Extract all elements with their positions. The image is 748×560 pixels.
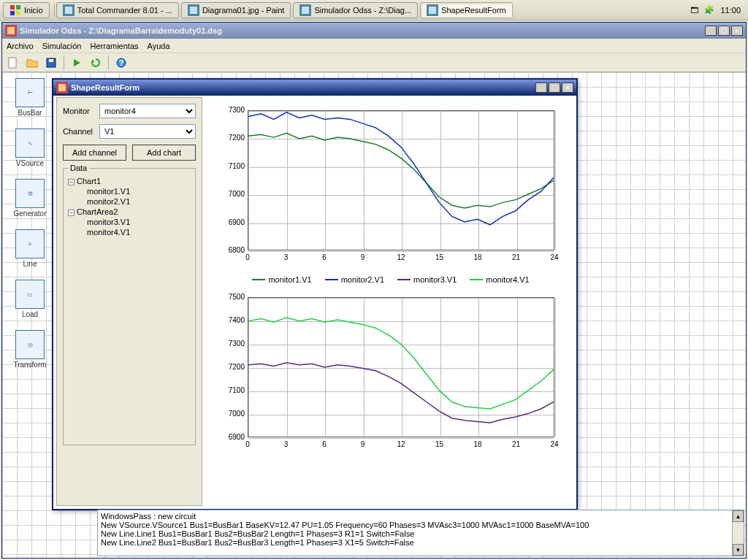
x-tick: 12 — [394, 253, 408, 261]
restore-button[interactable]: ❐ — [718, 26, 730, 36]
menu-archivo[interactable]: Archivo — [7, 42, 34, 50]
data-groupbox: Data −Chart1 monitor1.V1 monitor2.V1 −Ch… — [63, 168, 196, 445]
palette-item[interactable]: ⚙Generator — [8, 179, 52, 218]
palette-item[interactable]: ◎Transform — [8, 330, 52, 369]
x-tick: 9 — [356, 440, 370, 448]
svg-rect-20 — [58, 84, 66, 91]
legend-swatch — [252, 279, 265, 280]
palette-label: Load — [22, 310, 38, 318]
palette-icon: ≡ — [15, 229, 45, 258]
palette-label: BusBar — [18, 109, 42, 117]
inner-close-button[interactable]: × — [562, 83, 573, 93]
taskbar-item[interactable]: Diagrama01.jpg - Paint — [181, 2, 291, 18]
log-panel: WindowsPass : new circuit New VSource.VS… — [97, 510, 744, 556]
charts-area: 03691215182124680069007000710072007300 m… — [207, 97, 575, 506]
help-button[interactable]: ? — [113, 55, 129, 71]
chart-legend: monitor1.V1 monitor2.V1 monitor3.V1 moni… — [207, 275, 575, 284]
y-tick: 7000 — [215, 410, 245, 418]
taskbar-item[interactable]: Simulador Odss - Z:\Diag... — [293, 2, 418, 18]
x-tick: 18 — [470, 440, 485, 448]
save-button[interactable] — [43, 55, 59, 71]
app-icon — [63, 4, 75, 16]
tree-leaf[interactable]: monitor3.V1 — [66, 217, 192, 227]
palette-label: Transform — [13, 361, 46, 369]
add-channel-button[interactable]: Add channel — [63, 145, 126, 161]
tree-leaf[interactable]: monitor4.V1 — [66, 227, 192, 237]
palette-item[interactable]: ∿VSource — [8, 129, 52, 167]
log-scrollbar[interactable]: ▲ ▼ — [732, 510, 744, 556]
menubar: Archivo Simulación Herramientas Ayuda — [2, 39, 746, 53]
windows-logo-icon — [9, 4, 21, 16]
plot-area — [248, 110, 554, 250]
taskbar-separator — [54, 3, 55, 18]
svg-rect-11 — [429, 7, 436, 14]
close-button[interactable]: × — [731, 26, 743, 36]
collapse-icon[interactable]: − — [68, 210, 75, 216]
tree-node-chartarea2[interactable]: −ChartArea2 — [66, 207, 192, 217]
log-line: New Line.Line1 Bus1=BusBar1 Bus2=BusBar2… — [101, 529, 741, 538]
x-tick: 12 — [394, 440, 408, 448]
app-icon — [427, 4, 438, 16]
run-button[interactable] — [69, 55, 85, 71]
tree-leaf[interactable]: monitor2.V1 — [66, 196, 192, 207]
form-icon — [56, 82, 68, 93]
taskbar-item-label: Diagrama01.jpg - Paint — [202, 6, 285, 15]
data-tree[interactable]: −Chart1 monitor1.V1 monitor2.V1 −ChartAr… — [66, 176, 192, 237]
y-tick: 7200 — [215, 363, 245, 371]
palette-icon: ▭ — [15, 280, 45, 309]
tray-icon[interactable]: 🗔 — [690, 6, 698, 15]
x-tick: 21 — [509, 253, 524, 261]
svg-rect-7 — [190, 7, 197, 14]
svg-rect-5 — [65, 7, 72, 14]
scroll-up-icon[interactable]: ▲ — [733, 510, 744, 522]
tree-node-chart1[interactable]: −Chart1 — [66, 176, 192, 186]
menu-herramientas[interactable]: Herramientas — [91, 42, 139, 50]
monitor-label: Monitor — [63, 107, 95, 115]
minimize-button[interactable]: _ — [705, 26, 717, 36]
palette-item[interactable]: ≡Line — [8, 229, 52, 268]
main-titlebar[interactable]: Simulador Odss - Z:\DiagramaBarra\demodu… — [2, 23, 746, 39]
log-line: New Line.Line2 Bus1=BusBar1 Bus2=BusBar3… — [101, 538, 741, 547]
inner-maximize-button[interactable]: □ — [549, 83, 560, 93]
x-tick: 6 — [317, 440, 332, 448]
palette-item[interactable]: ▭Load — [8, 280, 52, 318]
refresh-button[interactable] — [88, 55, 104, 71]
menu-simulacion[interactable]: Simulación — [42, 42, 82, 50]
x-tick: 18 — [470, 253, 485, 261]
y-tick: 7300 — [215, 340, 245, 348]
y-tick: 7100 — [215, 162, 245, 170]
collapse-icon[interactable]: − — [68, 179, 75, 185]
workspace: ⊢BusBar∿VSource⚙Generator≡Line▭Load◎Tran… — [2, 72, 746, 558]
system-tray: 🗔 🧩 11:00 — [690, 5, 745, 15]
add-chart-button[interactable]: Add chart — [132, 145, 196, 161]
tray-icon[interactable]: 🧩 — [704, 5, 714, 15]
tree-leaf[interactable]: monitor1.V1 — [66, 186, 192, 196]
inner-minimize-button[interactable]: _ — [535, 83, 547, 93]
taskbar-item-label: ShapeResultForm — [441, 6, 506, 15]
y-tick: 6900 — [215, 433, 245, 441]
open-button[interactable] — [24, 55, 40, 71]
clock: 11:00 — [720, 6, 741, 15]
svg-rect-14 — [9, 58, 16, 68]
x-tick: 6 — [317, 253, 332, 261]
palette-label: VSource — [16, 159, 44, 167]
app-icon — [5, 25, 17, 37]
taskbar: Inicio Total Commander 8.01 - ...Diagram… — [0, 0, 748, 20]
channel-select[interactable]: V1 — [99, 124, 196, 139]
diagram-canvas[interactable]: ⊢BusBar∿VSource⚙Generator≡Line▭Load◎Tran… — [2, 72, 746, 558]
x-tick: 3 — [279, 253, 294, 261]
svg-rect-16 — [49, 59, 53, 62]
x-tick: 9 — [356, 253, 370, 261]
start-button[interactable]: Inicio — [3, 2, 50, 18]
palette-item[interactable]: ⊢BusBar — [8, 78, 52, 117]
taskbar-item[interactable]: ShapeResultForm — [420, 2, 513, 18]
main-title: Simulador Odss - Z:\DiagramaBarra\demodu… — [20, 26, 705, 35]
monitor-select[interactable]: monitor4 — [99, 104, 196, 118]
menu-ayuda[interactable]: Ayuda — [148, 42, 170, 50]
taskbar-item[interactable]: Total Commander 8.01 - ... — [56, 2, 179, 18]
plot-area — [248, 297, 554, 437]
shaperesultform-window: ShapeResultForm _ □ × Monitor monitor4 C… — [52, 78, 578, 510]
new-button[interactable] — [5, 55, 21, 71]
scroll-down-icon[interactable]: ▼ — [733, 544, 744, 556]
shaperesultform-titlebar[interactable]: ShapeResultForm _ □ × — [53, 80, 576, 96]
